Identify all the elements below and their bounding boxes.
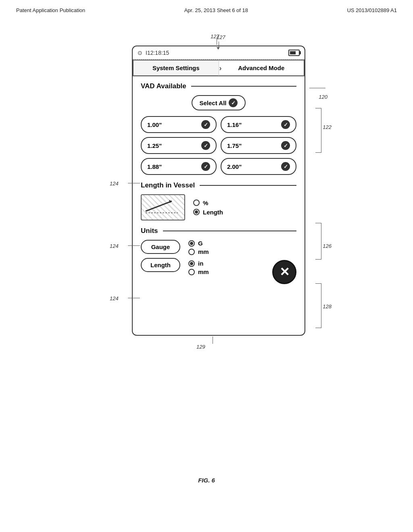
ref-122: 122 bbox=[323, 124, 332, 130]
size-label-125: 1.25" bbox=[147, 142, 162, 149]
size-label-100: 1.00" bbox=[147, 121, 162, 128]
gauge-button-label: Gauge bbox=[151, 243, 170, 250]
ref-122-vert bbox=[321, 108, 321, 152]
needle-svg bbox=[142, 195, 182, 217]
gauge-radio-mm[interactable]: mm bbox=[188, 248, 209, 255]
ref-129-line bbox=[213, 337, 213, 344]
select-all-row: Select All ✓ bbox=[141, 95, 296, 110]
units-content: Gauge Length bbox=[141, 240, 296, 280]
status-time: I12:18:15 bbox=[146, 50, 169, 56]
gauge-mm-label: mm bbox=[198, 248, 209, 255]
ref-128: 128 bbox=[323, 303, 332, 310]
checkmark-icon: ✓ bbox=[231, 100, 236, 106]
size-checkmark-188: ✓ bbox=[204, 164, 208, 170]
tab-advanced-mode-label: Advanced Mode bbox=[238, 64, 284, 71]
size-checkmark-125: ✓ bbox=[204, 143, 208, 149]
size-check-125: ✓ bbox=[201, 141, 210, 150]
ref-127-arrow bbox=[219, 42, 219, 47]
vessel-section-line bbox=[200, 185, 296, 186]
gauge-radio-G-inner bbox=[190, 242, 193, 245]
ref-128-top bbox=[315, 283, 321, 284]
length-radio-in-outer bbox=[188, 260, 195, 267]
units-radios: G mm bbox=[188, 240, 209, 275]
vessel-section-header: Length in Vessel bbox=[141, 181, 296, 189]
vad-title: VAD Available bbox=[141, 82, 186, 90]
close-button[interactable]: ✕ bbox=[272, 260, 296, 284]
size-label-175: 1.75" bbox=[227, 142, 242, 149]
ref-126: 126 bbox=[323, 243, 332, 249]
size-grid: 1.00" ✓ 1.16" ✓ 1.25" bbox=[141, 116, 296, 175]
length-button[interactable]: Length bbox=[141, 258, 180, 272]
length-radio-mm[interactable]: mm bbox=[188, 268, 209, 275]
ref-124-1: 124 bbox=[110, 181, 119, 187]
main-content: 127 ⊙ I12:18:15 System Se bbox=[0, 13, 413, 336]
ref-124-2: 124 bbox=[110, 243, 119, 249]
vad-section-header: VAD Available bbox=[141, 82, 296, 90]
select-all-check: ✓ bbox=[229, 98, 238, 107]
gauge-radio-G[interactable]: G bbox=[188, 240, 209, 247]
size-btn-188[interactable]: 1.88" ✓ bbox=[141, 158, 217, 175]
size-btn-200[interactable]: 2.00" ✓ bbox=[221, 158, 296, 175]
ref-126-vert bbox=[321, 223, 321, 259]
vessel-content: % Length bbox=[141, 194, 296, 220]
ref-124-3-line bbox=[128, 298, 140, 298]
ref-122-bot bbox=[315, 152, 321, 153]
size-btn-125[interactable]: 1.25" ✓ bbox=[141, 137, 217, 154]
ref-126-top bbox=[315, 223, 321, 223]
gauge-G-label: G bbox=[198, 240, 203, 247]
radio-percent-outer bbox=[193, 200, 200, 206]
units-buttons: Gauge Length bbox=[141, 240, 180, 272]
radio-percent-item[interactable]: % bbox=[193, 200, 223, 206]
clock-icon: ⊙ bbox=[138, 50, 142, 56]
size-check-175: ✓ bbox=[281, 141, 290, 150]
patent-middle: Apr. 25, 2013 Sheet 6 of 18 bbox=[184, 7, 248, 13]
device-frame: ⊙ I12:18:15 System Settings › bbox=[132, 46, 305, 336]
radio-length-item[interactable]: Length bbox=[193, 209, 223, 216]
ref-124-3: 124 bbox=[110, 295, 119, 301]
radio-percent-label: % bbox=[203, 200, 208, 206]
svg-line-0 bbox=[146, 201, 172, 211]
tab-system-settings-label: System Settings bbox=[152, 64, 200, 71]
select-all-button[interactable]: Select All ✓ bbox=[192, 95, 246, 110]
ref-124-2-line bbox=[128, 245, 140, 246]
patent-right: US 2013/0102889 A1 bbox=[347, 7, 397, 13]
length-in-label: in bbox=[198, 260, 203, 267]
battery-icon bbox=[288, 50, 300, 56]
close-x-icon: ✕ bbox=[280, 266, 290, 278]
tab-advanced-mode[interactable]: Advanced Mode bbox=[219, 60, 305, 76]
size-btn-116[interactable]: 1.16" ✓ bbox=[221, 116, 296, 133]
size-checkmark-200: ✓ bbox=[284, 164, 288, 170]
size-label-116: 1.16" bbox=[227, 121, 242, 128]
gauge-radio-G-outer bbox=[188, 240, 195, 247]
radio-length-inner bbox=[195, 210, 198, 214]
units-section-line bbox=[163, 231, 297, 231]
ref-129: 129 bbox=[196, 344, 205, 350]
size-btn-175[interactable]: 1.75" ✓ bbox=[221, 137, 296, 154]
tab-system-settings[interactable]: System Settings › bbox=[133, 60, 219, 76]
ref-120-line bbox=[309, 88, 325, 88]
size-checkmark-100: ✓ bbox=[204, 122, 208, 128]
size-btn-100[interactable]: 1.00" ✓ bbox=[141, 116, 217, 133]
vessel-title: Length in Vessel bbox=[141, 181, 195, 189]
size-checkmark-116: ✓ bbox=[284, 122, 288, 128]
size-check-188: ✓ bbox=[201, 162, 210, 171]
gauge-button[interactable]: Gauge bbox=[141, 240, 180, 254]
length-mm-label: mm bbox=[198, 268, 209, 275]
select-all-label: Select All bbox=[200, 100, 227, 106]
radio-length-label: Length bbox=[203, 209, 223, 216]
page-header: Patent Application Publication Apr. 25, … bbox=[0, 0, 413, 13]
ref-126-bot bbox=[315, 259, 321, 260]
size-checkmark-175: ✓ bbox=[284, 143, 288, 149]
size-check-116: ✓ bbox=[281, 120, 290, 129]
content-area: VAD Available Select All ✓ bbox=[133, 77, 305, 291]
tab-arrow: › bbox=[219, 64, 222, 72]
tabs-row: System Settings › Advanced Mode bbox=[133, 60, 305, 77]
gauge-radio-mm-outer bbox=[188, 249, 195, 255]
length-radio-in-inner bbox=[190, 262, 193, 265]
length-button-label: Length bbox=[150, 262, 171, 268]
ref-127-label: 127 bbox=[217, 34, 225, 40]
ref-127-arrowhead bbox=[217, 47, 220, 50]
size-check-200: ✓ bbox=[281, 162, 290, 171]
needle-image bbox=[141, 194, 185, 220]
length-radio-in[interactable]: in bbox=[188, 260, 209, 267]
